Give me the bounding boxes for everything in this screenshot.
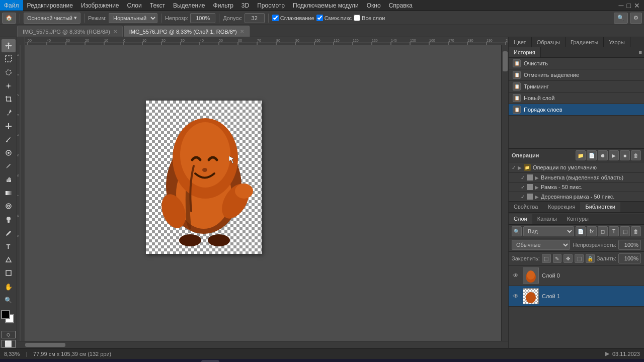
history-item-2[interactable]: 📋 Тримминг xyxy=(509,81,644,93)
search-taskbar-btn[interactable]: 🔍 xyxy=(24,360,42,362)
sub-tab-properties[interactable]: Свойства xyxy=(509,202,543,212)
minimize-btn[interactable]: ─ xyxy=(619,2,624,10)
tab-samples[interactable]: Образцы xyxy=(532,37,566,47)
tool-heal[interactable] xyxy=(2,120,16,133)
menu-help[interactable]: Справка xyxy=(385,0,417,11)
menu-window[interactable]: Окно xyxy=(363,0,385,11)
ops-record-btn[interactable]: ⏺ xyxy=(598,150,608,160)
tool-text[interactable]: T xyxy=(2,240,16,253)
lock-all-btn[interactable]: 🔒 xyxy=(586,254,595,263)
menu-select[interactable]: Выделение xyxy=(169,0,209,11)
panel-arrange-btn[interactable]: ≡ xyxy=(639,49,642,55)
menu-file[interactable]: Файл xyxy=(0,0,23,11)
ops-new-set-btn[interactable]: 📁 xyxy=(576,150,586,160)
scrollbar-horizontal[interactable] xyxy=(17,341,508,348)
history-item-3[interactable]: 📋 Новый слой xyxy=(509,93,644,104)
menu-view[interactable]: Просмотр xyxy=(253,0,289,11)
layer-group-btn[interactable]: ⬚ xyxy=(620,226,630,236)
maximize-btn[interactable]: □ xyxy=(627,2,631,10)
layers-mode-select[interactable]: Обычные xyxy=(512,240,570,250)
tool-blur[interactable] xyxy=(2,200,16,213)
layers-filter-select[interactable]: Вид xyxy=(523,226,574,236)
taskbar-explorer[interactable]: 📁 xyxy=(161,360,179,362)
menu-edit[interactable]: Редактирование xyxy=(23,0,77,11)
lock-pixel-btn[interactable]: ✎ xyxy=(553,254,562,263)
scrollbar-vertical[interactable] xyxy=(501,45,508,341)
ops-play-btn[interactable]: ▶ xyxy=(609,150,619,160)
tab-patterns[interactable]: Узоры xyxy=(604,37,630,47)
lock-position-btn[interactable]: ✥ xyxy=(564,254,573,263)
tool-lasso[interactable] xyxy=(2,66,16,79)
menu-3d[interactable]: 3D xyxy=(237,0,253,11)
close-btn[interactable]: ✕ xyxy=(634,2,640,10)
tool-magic-wand[interactable] xyxy=(2,79,16,93)
tool-zoom[interactable]: 🔍 xyxy=(2,294,16,307)
sub-tab-correction[interactable]: Коррекция xyxy=(543,202,580,212)
layer-mask-btn[interactable]: ◻ xyxy=(598,226,608,236)
layers-tab-channels[interactable]: Каналы xyxy=(532,214,562,224)
tool-brush[interactable] xyxy=(2,133,16,146)
tool-gradient[interactable] xyxy=(2,187,16,200)
tool-move[interactable] xyxy=(2,39,16,52)
scroll-thumb-h[interactable] xyxy=(25,343,65,347)
menu-image[interactable]: Изображение xyxy=(77,0,123,11)
status-info-btn[interactable]: ▶ xyxy=(605,350,609,357)
tool-eyedropper[interactable] xyxy=(2,106,16,119)
opacity-input[interactable] xyxy=(190,13,215,23)
fill-input[interactable] xyxy=(618,253,641,263)
ops-check-wood[interactable] xyxy=(527,194,533,200)
ops-new-action-btn[interactable]: 📄 xyxy=(587,150,597,160)
layers-tab-layers[interactable]: Слои xyxy=(509,214,532,224)
menu-layers[interactable]: Слои xyxy=(123,0,146,11)
tab-color[interactable]: Цвет xyxy=(509,37,532,47)
tab-gradients[interactable]: Градиенты xyxy=(566,37,604,47)
ops-check-frame[interactable] xyxy=(527,184,533,190)
layer-filter-type-btn[interactable]: 🔍 xyxy=(512,226,522,236)
tool-clone[interactable] xyxy=(2,146,16,159)
canvas-viewport[interactable] xyxy=(25,45,501,341)
tab-1[interactable]: IMG_5576.JPG @ 8,33% (Слой 1, RGB/8*) ✕ xyxy=(124,26,250,37)
quick-mask-btn[interactable]: Q xyxy=(2,331,16,338)
history-item-4[interactable]: 📋 Порядок слоев xyxy=(509,104,644,116)
history-item-0[interactable]: 📋 Очистить xyxy=(509,58,644,69)
sub-tab-libraries[interactable]: Библиотеки xyxy=(580,202,620,212)
settings-btn[interactable]: ⚙ xyxy=(630,13,642,24)
tool-select-rect[interactable] xyxy=(2,53,16,66)
menu-filter[interactable]: Фильтр xyxy=(209,0,237,11)
all-layers-checkbox[interactable] xyxy=(354,15,360,21)
scroll-thumb-v[interactable] xyxy=(503,51,508,71)
ops-item-frame[interactable]: ✓ ▶ Рамка - 50 пикс. xyxy=(509,183,644,192)
ops-delete-btn[interactable]: 🗑 xyxy=(631,150,641,160)
ops-check-vignette[interactable] xyxy=(527,174,533,180)
tab-0[interactable]: IMG_5575.JPG @ 8,33% (RGB/8#) ✕ xyxy=(17,26,123,37)
ops-group-default[interactable]: ✓ ▶ 📁 Операции по умолчанию xyxy=(509,162,644,173)
ops-stop-btn[interactable]: ■ xyxy=(620,150,630,160)
tab-history[interactable]: История xyxy=(509,47,541,57)
layers-opacity-input[interactable] xyxy=(618,240,641,250)
tab-1-close[interactable]: ✕ xyxy=(240,29,244,34)
tool-dodge[interactable] xyxy=(2,213,16,226)
layer-adjustment-btn[interactable]: T xyxy=(609,226,619,236)
tool-path-select[interactable] xyxy=(2,253,16,266)
tool-hand[interactable]: ✋ xyxy=(2,280,16,293)
search-btn[interactable]: 🔍 xyxy=(614,13,628,24)
taskbar-chrome[interactable]: 🌐 xyxy=(181,360,199,362)
ops-item-vignette[interactable]: ✓ ▶ Виньетка (выделенная область) xyxy=(509,173,644,183)
taskbar-premiere[interactable]: 🎬 xyxy=(221,360,239,362)
tool-history-brush[interactable] xyxy=(2,160,16,173)
brush-preset-button[interactable]: Основной чистый ▾ xyxy=(24,13,80,24)
tool-pen[interactable] xyxy=(2,227,16,240)
lock-artboard-btn[interactable]: ⬚ xyxy=(575,254,584,263)
snap-checkbox[interactable] xyxy=(316,15,323,21)
layer-fx-btn[interactable]: fx xyxy=(587,226,597,236)
swatch-fg[interactable] xyxy=(1,310,10,319)
mode-select[interactable]: Нормальный xyxy=(109,13,157,23)
tool-eraser[interactable] xyxy=(2,173,16,186)
history-item-1[interactable]: 📋 Отменить выделение xyxy=(509,69,644,81)
taskbar-photoshop[interactable]: Ps xyxy=(201,360,219,362)
home-button[interactable]: 🏠 xyxy=(2,13,16,24)
smooth-checkbox[interactable] xyxy=(272,15,279,21)
layer-item-1[interactable]: 👁 xyxy=(509,286,644,307)
layer-1-eye[interactable]: 👁 xyxy=(512,292,520,300)
lock-transparent-btn[interactable]: ⬚ xyxy=(542,254,551,263)
